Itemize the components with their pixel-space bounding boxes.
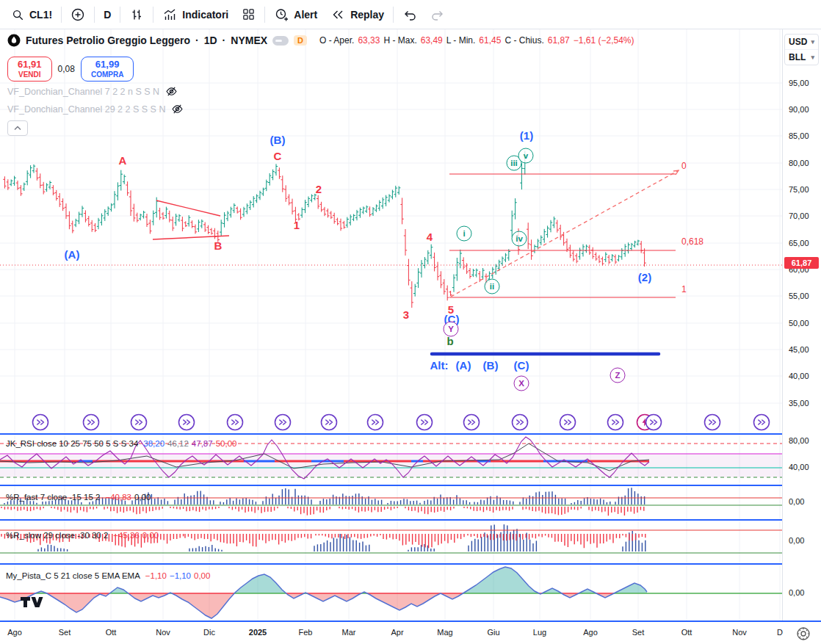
last-price-badge: 61,87 [784, 257, 819, 269]
eye-slash-icon[interactable] [165, 86, 178, 97]
undo-button[interactable] [396, 4, 424, 26]
redo-icon [430, 7, 445, 22]
time-axis-label: Ago [583, 628, 598, 637]
symbol-exchange[interactable]: NYMEX [231, 35, 267, 46]
chevron-up-icon [14, 126, 21, 131]
time-axis-label: Ago [7, 628, 22, 637]
eye-slash-icon[interactable] [171, 104, 184, 115]
alert-clock-icon [274, 7, 289, 22]
marker-toggle[interactable] [272, 36, 289, 46]
price-tick: 55,00 [789, 292, 809, 300]
price-tick: 40,00 [789, 463, 809, 471]
unit-label: BLL [789, 52, 806, 62]
price-tick: 95,00 [789, 79, 809, 87]
collapse-legend-button[interactable] [7, 120, 28, 136]
price-tick: 90,00 [789, 105, 809, 114]
event-arrow-icon[interactable] [513, 415, 528, 430]
bar-style-icon [129, 7, 144, 22]
symbol-text: CL1! [29, 9, 52, 21]
event-arrow-icon[interactable] [646, 415, 662, 430]
indicators-label: Indicatori [182, 9, 228, 21]
time-axis-label: Lug [533, 628, 546, 637]
currency-selector[interactable]: USD ▾ [785, 35, 818, 49]
event-arrow-icon[interactable] [705, 415, 720, 430]
sell-button[interactable]: 61,91 VENDI [7, 57, 52, 82]
chevron-down-icon: ▾ [811, 54, 814, 61]
event-arrow-icon[interactable] [417, 415, 433, 430]
time-axis-label: 2025 [249, 628, 267, 637]
price-tick: 0,00 [789, 536, 804, 545]
drawings [0, 170, 782, 354]
price-tick: 0,00 [789, 497, 804, 506]
interval-text: D [104, 9, 111, 21]
compare-add-button[interactable] [64, 4, 92, 26]
event-arrow-icon[interactable] [322, 415, 337, 430]
price-axis[interactable]: USD ▾ BLL ▾ 95,0090,0085,0080,0075,0070,… [782, 29, 821, 621]
time-axis-label: D [777, 628, 783, 637]
event-arrow-icon[interactable] [464, 415, 480, 430]
interval-button[interactable]: D [97, 4, 117, 26]
time-axis-label: Set [59, 628, 71, 637]
time-axis-label: Feb [299, 628, 313, 637]
layout-grid-button[interactable] [235, 4, 262, 26]
price-tick: 50,00 [789, 319, 809, 328]
event-arrow-icon[interactable] [179, 415, 195, 430]
indicators-button[interactable]: Indicatori [156, 4, 235, 26]
event-arrow-icon[interactable] [754, 415, 770, 430]
replay-label: Replay [350, 9, 384, 21]
undo-icon [402, 7, 417, 22]
time-axis-label: Mar [342, 628, 356, 637]
alert-button[interactable]: Alert [267, 4, 324, 26]
currency-label: USD [789, 37, 807, 47]
event-arrow-icon[interactable] [33, 415, 48, 430]
pista-legend-title[interactable]: My_Pista_C 5 21 close 5 EMA EMA [6, 571, 140, 580]
time-axis-label: Nov [732, 628, 747, 637]
time-axis-settings-icon[interactable] [795, 626, 811, 642]
price-tick: 75,00 [789, 185, 809, 194]
event-arrow-icon[interactable] [228, 415, 243, 430]
unit-bll-selector[interactable]: BLL ▾ [785, 49, 818, 65]
price-tick: 85,00 [789, 131, 809, 140]
rsi-legend-title[interactable]: JK_RSI close 10 25 75 50 5 S S 34 [6, 439, 138, 448]
time-axis-label: Giu [487, 628, 499, 637]
time-axis-label: Dic [203, 628, 215, 637]
event-arrow-icon[interactable] [275, 415, 291, 430]
time-axis-label: Set [632, 628, 645, 637]
symbol-search-button[interactable]: CL1! [4, 4, 59, 26]
time-axis-label: Ott [681, 628, 692, 637]
symbol-title[interactable]: Futures Petrolio Greggio Leggero [26, 35, 190, 46]
gridlines [0, 29, 782, 621]
event-arrow-icon[interactable] [608, 415, 623, 430]
price-tick: 80,00 [789, 436, 809, 445]
grid-layout-icon [242, 7, 256, 21]
search-icon [11, 8, 24, 21]
event-arrow-icon[interactable] [84, 415, 99, 430]
time-axis-label: Nov [156, 628, 170, 637]
time-axis[interactable]: AgoSetOttNovDic2025FebMarAprMagGiuLugAgo… [0, 621, 821, 644]
price-tick: 40,00 [789, 372, 809, 380]
percent-r-slow-pane [0, 524, 782, 553]
event-arrow-icon[interactable] [560, 415, 576, 430]
price-tick: 80,00 [789, 159, 809, 167]
rslow-legend-title[interactable]: %R_slow 29 close -30 30 2 [6, 531, 108, 540]
price-tick: 35,00 [789, 399, 809, 408]
unit-selector: USD ▾ BLL ▾ [784, 34, 819, 65]
rfast-legend-title[interactable]: %R_fast 7 close -15 15 2 [6, 493, 101, 502]
replay-button[interactable]: Replay [324, 4, 391, 26]
alert-label: Alert [294, 9, 317, 21]
symbol-interval[interactable]: 1D [204, 35, 217, 46]
percent-r-fast-pane [0, 488, 782, 515]
chart-canvas[interactable] [0, 29, 782, 621]
buy-button[interactable]: 61,99 COMPRA [81, 57, 134, 82]
event-arrow-icon[interactable] [131, 415, 147, 430]
redo-button[interactable] [424, 4, 452, 26]
time-axis-label: Apr [391, 628, 403, 637]
chart-style-button[interactable] [123, 4, 151, 26]
replay-icon [330, 7, 345, 22]
chevron-down-icon: ▾ [811, 38, 814, 46]
top-toolbar: CL1! D Indicatori [0, 0, 821, 29]
plus-circle-icon [70, 7, 85, 22]
price-tick: 45,00 [789, 345, 809, 354]
time-axis-label: Ott [106, 628, 117, 637]
event-arrow-icon[interactable] [368, 415, 383, 430]
